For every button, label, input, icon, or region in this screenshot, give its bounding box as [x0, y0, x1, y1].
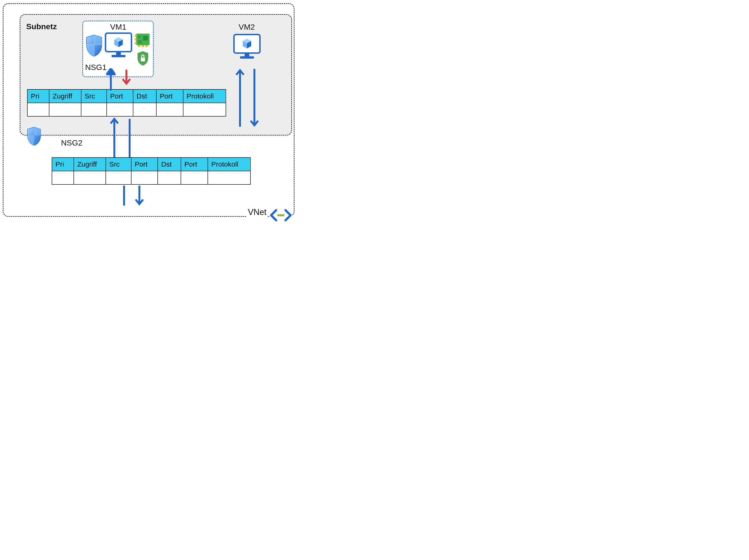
- svg-point-28: [280, 214, 282, 217]
- arrow-up-icon: [106, 68, 115, 91]
- nsg-col-zugriff: Zugriff: [49, 89, 81, 103]
- vnet-icon: [270, 208, 292, 222]
- nsg-col-src-port: Port: [131, 158, 158, 171]
- subnet-label: Subnetz: [26, 22, 57, 31]
- arrow-down-icon: [122, 70, 131, 85]
- nsg-col-src: Src: [106, 158, 131, 171]
- nsg1-label: NSG1: [85, 63, 107, 72]
- lock-shield-icon: [136, 51, 150, 66]
- svg-rect-9: [145, 45, 148, 47]
- table-row: [27, 103, 226, 116]
- svg-rect-5: [135, 38, 136, 41]
- nsg-col-zugriff: Zugriff: [74, 158, 106, 171]
- nsg2-label: NSG2: [61, 138, 83, 147]
- svg-rect-7: [138, 45, 140, 47]
- svg-rect-17: [240, 56, 254, 59]
- svg-rect-13: [138, 42, 142, 43]
- nsg-col-src: Src: [81, 89, 107, 103]
- nsg-col-dst-port: Port: [181, 158, 208, 171]
- arrow-up-icon: [110, 117, 119, 158]
- nsg-col-pri: Pri: [27, 89, 49, 103]
- arrow-up-icon: [235, 69, 244, 127]
- nsg-col-protokoll: Protokoll: [183, 89, 226, 103]
- nsg-col-dst-port: Port: [156, 89, 183, 103]
- svg-rect-14: [141, 58, 145, 61]
- vnet-container: Subnetz VM1 NSG1: [3, 3, 295, 217]
- nsg1-rules-table: Pri Zugriff Src Port Dst Port Protokoll: [27, 89, 226, 116]
- svg-point-11: [138, 36, 140, 38]
- vm-monitor-icon: [105, 32, 132, 58]
- table-row: [52, 171, 251, 184]
- diagram-canvas: Subnetz VM1 NSG1: [0, 0, 297, 222]
- svg-rect-8: [142, 45, 144, 47]
- svg-point-27: [277, 214, 280, 217]
- svg-rect-6: [135, 42, 136, 44]
- nsg-col-dst: Dst: [133, 89, 156, 103]
- nsg-col-pri: Pri: [52, 158, 74, 171]
- shield-icon: [26, 126, 42, 146]
- vm2-label: VM2: [239, 22, 255, 31]
- nsg-col-dst: Dst: [158, 158, 181, 171]
- vm1-label: VM1: [110, 22, 126, 31]
- arrow-down-icon: [135, 185, 144, 205]
- nic-icon: [135, 33, 151, 47]
- svg-rect-1: [116, 52, 121, 55]
- svg-rect-16: [244, 53, 249, 56]
- nsg-col-src-port: Port: [107, 89, 133, 103]
- vnet-label: VNet: [247, 207, 268, 217]
- svg-point-29: [282, 214, 284, 217]
- vm-monitor-icon: [233, 33, 261, 60]
- svg-rect-12: [138, 41, 142, 42]
- arrow-down-icon: [250, 69, 259, 127]
- svg-rect-4: [135, 35, 136, 37]
- nsg-col-protokoll: Protokoll: [208, 158, 251, 171]
- shield-icon: [85, 34, 104, 57]
- flow-line: [125, 117, 134, 158]
- svg-rect-10: [143, 36, 148, 41]
- svg-rect-2: [111, 55, 125, 57]
- flow-line: [120, 185, 129, 205]
- nsg2-rules-table: Pri Zugriff Src Port Dst Port Protokoll: [52, 157, 251, 185]
